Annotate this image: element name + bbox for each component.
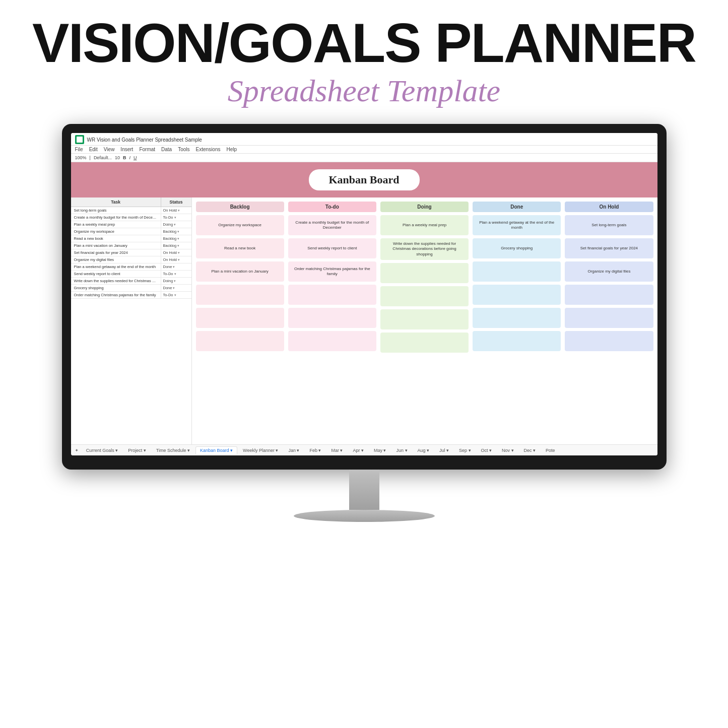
page-header: VISION/GOALS PLANNER Spreadsheet Templat… [0,0,728,114]
task-name: Order matching Christmas pajamas for the… [71,292,161,298]
sub-title: Spreadsheet Template [0,73,728,109]
task-row: Send weekly report to client To-Do▾ [71,271,191,278]
italic-btn[interactable]: I [129,155,130,160]
tab-may[interactable]: May ▾ [369,446,391,454]
task-status: Doing▾ [161,278,191,284]
bold-btn[interactable]: B [123,155,126,160]
task-status: Backlog▾ [161,242,191,249]
monitor-wrapper: WR Vision and Goals Planner Spreadsheet … [62,124,667,522]
task-row: Read a new book Backlog▾ [71,235,191,242]
kanban-title: Kanban Board [309,169,420,190]
task-row: Write down the supplies needed for Chris… [71,278,191,285]
backlog-card-1: Organize my workspace [196,215,284,235]
task-status: Done▾ [161,263,191,270]
done-card-1: Plan a weekend getaway at the end of the… [473,215,561,235]
todo-card-6 [288,331,376,351]
onhold-header: On Hold [565,202,653,212]
zoom-level: 100% [75,155,87,160]
font-size: 10 [115,155,120,160]
menu-data[interactable]: Data [161,147,172,152]
sheets-icon [75,135,84,144]
toolbar: 100% | Default... 10 B I U [71,154,657,162]
menu-tools[interactable]: Tools [178,147,189,152]
title-bar: WR Vision and Goals Planner Spreadsheet … [71,133,657,146]
doing-card-3 [380,263,469,283]
onhold-card-4 [565,285,653,305]
menu-bar: File Edit View Insert Format Data Tools … [71,146,657,154]
underline-btn[interactable]: U [134,155,137,160]
task-name: Plan a weekly meal prep [71,221,161,228]
task-name: Send weekly report to client [71,271,161,277]
tab-project[interactable]: Project ▾ [123,446,151,454]
menu-file[interactable]: File [75,147,83,152]
doing-card-1: Plan a weekly meal prep [380,215,469,235]
done-card-6 [473,331,561,351]
tab-add[interactable]: + [73,447,81,454]
menu-format[interactable]: Format [139,147,155,152]
task-name: Set financial goals for year 2024 [71,249,161,256]
task-name: Read a new book [71,235,161,242]
onhold-card-6 [565,331,653,351]
tab-sep[interactable]: Sep ▾ [454,446,476,454]
task-name: Organize my digital files [71,256,161,263]
tab-dec[interactable]: Dec ▾ [519,446,541,454]
screen: WR Vision and Goals Planner Spreadsheet … [71,133,657,455]
monitor-bezel: WR Vision and Goals Planner Spreadsheet … [62,124,667,470]
tab-weekly-planner[interactable]: Weekly Planner ▾ [238,446,283,454]
tab-jul[interactable]: Jul ▾ [435,446,453,454]
toolbar-separator: | [90,155,91,160]
onhold-card-3: Organize my digital files [565,261,653,282]
doing-card-5 [380,309,469,329]
menu-insert[interactable]: Insert [120,147,133,152]
menu-edit[interactable]: Edit [89,147,98,152]
main-title: VISION/GOALS PLANNER [0,15,728,71]
done-card-3 [473,261,561,282]
monitor-base [294,510,435,522]
task-status: Backlog▾ [161,228,191,235]
backlog-card-6 [196,331,284,351]
tab-kanban-board[interactable]: Kanban Board ▾ [195,446,237,454]
tab-jun[interactable]: Jun ▾ [392,446,412,454]
tab-aug[interactable]: Aug ▾ [413,446,434,454]
menu-view[interactable]: View [104,147,115,152]
tab-feb[interactable]: Feb ▾ [305,446,325,454]
tab-pote[interactable]: Pote [541,446,560,454]
tab-mar[interactable]: Mar ▾ [326,446,347,454]
task-status: On Hold▾ [161,249,191,256]
col-todo: To-do Create a monthly budget for the mo… [288,202,376,444]
task-name: Grocery shopping [71,285,161,291]
col-task-label: Task [71,197,161,207]
task-row: Organize my workspace Backlog▾ [71,228,191,235]
tab-jan[interactable]: Jan ▾ [284,446,304,454]
todo-card-5 [288,308,376,328]
col-backlog: Backlog Organize my workspace Read a new… [196,202,284,444]
todo-card-1: Create a monthly budget for the month of… [288,215,376,235]
col-status-label: Status [161,197,191,207]
spreadsheet-content: Kanban Board Task Status Set long-term g… [71,162,657,455]
col-doing: Doing Plan a weekly meal prep Write down… [380,202,469,444]
menu-help[interactable]: Help [226,147,237,152]
tab-nov[interactable]: Nov ▾ [497,446,518,454]
backlog-card-3: Plan a mini vacation on January [196,261,284,282]
task-status: To-Do▾ [161,214,191,221]
backlog-header: Backlog [196,202,284,212]
task-status: To-Do▾ [161,292,191,298]
task-row: Organize my digital files On Hold▾ [71,256,191,263]
task-name: Set long-term goals [71,207,161,214]
tab-apr[interactable]: Apr ▾ [348,446,368,454]
done-card-2: Grocery shopping [473,238,561,258]
task-row: Set financial goals for year 2024 On Hol… [71,249,191,256]
tab-oct[interactable]: Oct ▾ [477,446,497,454]
doing-card-2: Write down the supplies needed for Chris… [380,238,469,260]
task-row: Set long-term goals On Hold▾ [71,207,191,214]
task-row: Create a monthly budget for the month of… [71,214,191,221]
task-name: Create a monthly budget for the month of… [71,214,161,221]
tab-current-goals[interactable]: Current Goals ▾ [82,446,123,454]
onhold-card-1: Set long-term goals [565,215,653,235]
task-name: Plan a mini vacation on January [71,242,161,249]
menu-extensions[interactable]: Extensions [196,147,221,152]
tab-time-schedule[interactable]: Time Schedule ▾ [152,446,194,454]
task-status: Backlog▾ [161,235,191,242]
task-status: On Hold▾ [161,207,191,214]
todo-card-2: Send weekly report to client [288,238,376,258]
